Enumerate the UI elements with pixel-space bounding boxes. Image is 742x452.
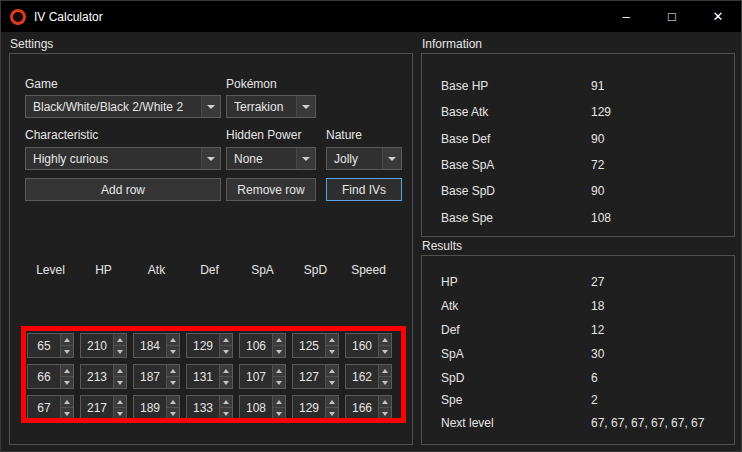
spin-buttons	[378, 365, 391, 388]
spinbox-atk-r2[interactable]: 187	[133, 364, 180, 389]
spin-up-button[interactable]	[326, 365, 338, 377]
game-select[interactable]: Black/White/Black 2/White 2	[25, 95, 221, 118]
spin-down-button[interactable]	[379, 377, 391, 388]
spin-down-button[interactable]	[273, 377, 285, 388]
spin-up-button[interactable]	[114, 396, 126, 408]
spinbox-atk-r1[interactable]: 184	[133, 333, 180, 358]
spinbox-level-r3[interactable]: 67	[27, 395, 74, 420]
spin-buttons	[219, 365, 232, 388]
spin-down-button[interactable]	[114, 377, 126, 388]
up-arrow-icon	[223, 338, 229, 342]
up-arrow-icon	[329, 369, 335, 373]
spin-value: 107	[240, 365, 272, 388]
up-arrow-icon	[64, 400, 70, 404]
find-ivs-button[interactable]: Find IVs	[326, 178, 402, 201]
spin-up-button[interactable]	[379, 334, 391, 346]
spin-buttons	[60, 396, 73, 419]
up-arrow-icon	[276, 400, 282, 404]
spin-up-button[interactable]	[114, 365, 126, 377]
spinbox-hp-r3[interactable]: 217	[80, 395, 127, 420]
spinbox-speed-r3[interactable]: 166	[345, 395, 392, 420]
spinbox-atk-r3[interactable]: 189	[133, 395, 180, 420]
spin-down-button[interactable]	[220, 408, 232, 419]
info-row-base-spa: Base SpA72	[441, 158, 725, 172]
spin-down-button[interactable]	[114, 346, 126, 357]
down-arrow-icon	[329, 381, 335, 385]
spin-down-button[interactable]	[167, 377, 179, 388]
result-row-hp: HP27	[441, 275, 725, 289]
add-row-button[interactable]: Add row	[25, 178, 221, 201]
spinbox-spa-r1[interactable]: 106	[239, 333, 286, 358]
spin-down-button[interactable]	[326, 408, 338, 419]
spin-down-button[interactable]	[114, 408, 126, 419]
spin-buttons	[378, 334, 391, 357]
remove-row-button[interactable]: Remove row	[226, 178, 316, 201]
spin-buttons	[60, 334, 73, 357]
spin-down-button[interactable]	[273, 408, 285, 419]
spinbox-hp-r1[interactable]: 210	[80, 333, 127, 358]
spinbox-speed-r1[interactable]: 160	[345, 333, 392, 358]
spin-buttons	[60, 365, 73, 388]
spin-up-button[interactable]	[167, 365, 179, 377]
spinbox-level-r1[interactable]: 65	[27, 333, 74, 358]
spinbox-def-r3[interactable]: 133	[186, 395, 233, 420]
result-value: 2	[591, 393, 598, 407]
spin-up-button[interactable]	[326, 396, 338, 408]
spin-up-button[interactable]	[61, 334, 73, 346]
spin-up-button[interactable]	[273, 396, 285, 408]
spin-down-button[interactable]	[220, 377, 232, 388]
spinbox-spa-r3[interactable]: 108	[239, 395, 286, 420]
down-arrow-icon	[276, 381, 282, 385]
spinbox-level-r2[interactable]: 66	[27, 364, 74, 389]
info-row-base-spd: Base SpD90	[441, 184, 725, 198]
spin-up-button[interactable]	[273, 334, 285, 346]
spin-up-button[interactable]	[61, 365, 73, 377]
pokemon-select[interactable]: Terrakion	[226, 95, 316, 118]
spinbox-spd-r3[interactable]: 129	[292, 395, 339, 420]
spin-up-button[interactable]	[326, 334, 338, 346]
spin-down-button[interactable]	[379, 408, 391, 419]
spin-down-button[interactable]	[326, 377, 338, 388]
spin-up-button[interactable]	[220, 365, 232, 377]
spin-down-button[interactable]	[167, 408, 179, 419]
spin-up-button[interactable]	[379, 396, 391, 408]
down-arrow-icon	[223, 412, 229, 416]
spin-up-button[interactable]	[114, 334, 126, 346]
spinbox-spd-r1[interactable]: 125	[292, 333, 339, 358]
spin-down-button[interactable]	[379, 346, 391, 357]
spin-up-button[interactable]	[61, 396, 73, 408]
spinbox-hp-r2[interactable]: 213	[80, 364, 127, 389]
spin-down-button[interactable]	[326, 346, 338, 357]
nature-select[interactable]: Jolly	[326, 147, 402, 170]
spin-down-button[interactable]	[167, 346, 179, 357]
characteristic-select[interactable]: Highly curious	[25, 147, 221, 170]
spinbox-speed-r2[interactable]: 162	[345, 364, 392, 389]
spin-up-button[interactable]	[220, 334, 232, 346]
spinbox-spa-r2[interactable]: 107	[239, 364, 286, 389]
down-arrow-icon	[117, 350, 123, 354]
spin-down-button[interactable]	[61, 408, 73, 419]
hidden-power-select[interactable]: None	[226, 147, 316, 170]
spinbox-spd-r2[interactable]: 127	[292, 364, 339, 389]
spin-up-button[interactable]	[167, 396, 179, 408]
spin-down-button[interactable]	[220, 346, 232, 357]
spin-up-button[interactable]	[220, 396, 232, 408]
spin-up-button[interactable]	[167, 334, 179, 346]
spin-down-button[interactable]	[273, 346, 285, 357]
result-label: Spe	[441, 393, 591, 407]
results-group: Results HP27 Atk18 Def12 SpA30 SpD6 Spe2…	[421, 239, 735, 445]
minimize-button[interactable]: –	[603, 1, 649, 32]
stat-row-2: 66 213 187 131 107 127 162	[27, 364, 392, 389]
spinbox-def-r2[interactable]: 131	[186, 364, 233, 389]
down-arrow-icon	[276, 412, 282, 416]
maximize-button[interactable]: □	[649, 1, 695, 32]
spin-up-button[interactable]	[273, 365, 285, 377]
spin-down-button[interactable]	[61, 377, 73, 388]
result-label: Def	[441, 323, 591, 337]
spin-up-button[interactable]	[379, 365, 391, 377]
spin-value: 65	[28, 334, 60, 357]
spin-down-button[interactable]	[61, 346, 73, 357]
info-label: Base SpD	[441, 184, 591, 198]
spinbox-def-r1[interactable]: 129	[186, 333, 233, 358]
close-button[interactable]: ✕	[695, 1, 741, 32]
